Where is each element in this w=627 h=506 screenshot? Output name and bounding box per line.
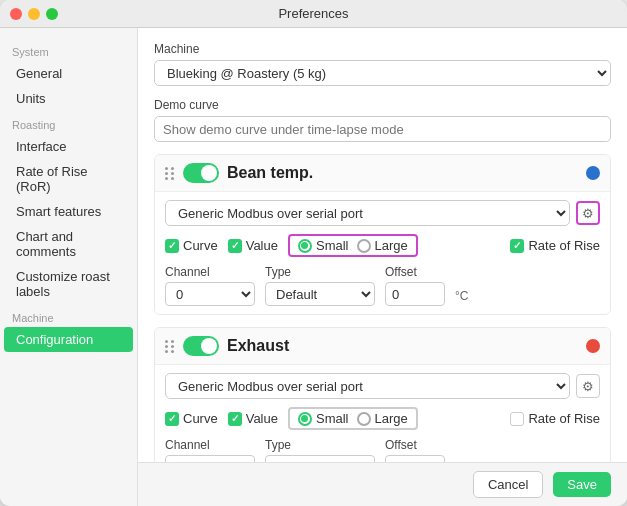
main-scroll-area: Machine Blueking @ Roastery (5 kg) Demo …	[138, 28, 627, 462]
sensor2-ror-badge[interactable]: Rate of Rise	[510, 411, 600, 426]
sidebar-section-system: System	[0, 38, 137, 61]
sensor1-select-row: Generic Modbus over serial port ⚙	[165, 200, 600, 226]
sensor1-value-check-icon	[228, 239, 242, 253]
sensor2-size-radio-group: Small Large	[288, 407, 418, 430]
sensor1-large-label: Large	[375, 238, 408, 253]
sidebar-item-chart[interactable]: Chart and comments	[4, 224, 133, 264]
sensor2-large-label: Large	[375, 411, 408, 426]
sensor1-offset-col: Offset	[385, 265, 445, 306]
window-controls	[10, 8, 58, 20]
sensor2-toggle[interactable]	[183, 336, 219, 356]
machine-label: Machine	[154, 42, 611, 56]
sidebar-item-general[interactable]: General	[4, 61, 133, 86]
content-area: System General Units Roasting Interface …	[0, 28, 627, 506]
sensor1-type-col-label: Type	[265, 265, 375, 279]
sensor1-value-label: Value	[246, 238, 278, 253]
sensor2-small-radio-outer	[298, 412, 312, 426]
sensor2-curve-label: Curve	[183, 411, 218, 426]
sensor2-body: Generic Modbus over serial port ⚙ Curve	[155, 365, 610, 462]
sensor2-curve-checkbox[interactable]: Curve	[165, 411, 218, 426]
sensor2-channel-row: Channel 0 Type Default	[165, 438, 600, 462]
sensor1-size-radio-group: Small Large	[288, 234, 418, 257]
sensor2-channel-select[interactable]: 0	[165, 455, 255, 462]
sensor1-value-checkbox[interactable]: Value	[228, 238, 278, 253]
sensor2-value-check-icon	[228, 412, 242, 426]
sensor2-channel-col: Channel 0	[165, 438, 255, 462]
sensor1-color-dot	[586, 166, 600, 180]
main-wrapper: Machine Blueking @ Roastery (5 kg) Demo …	[138, 28, 627, 506]
sensor2-color-dot	[586, 339, 600, 353]
sensor1-small-radio[interactable]: Small	[298, 238, 349, 253]
sensor1-type-col: Type Default	[265, 265, 375, 306]
sensor2-header: Exhaust	[155, 328, 610, 365]
sidebar-section-roasting: Roasting	[0, 111, 137, 134]
sensor1-ror-badge[interactable]: Rate of Rise	[510, 238, 600, 253]
sidebar-item-configuration[interactable]: Configuration	[4, 327, 133, 352]
sensor2-small-radio[interactable]: Small	[298, 411, 349, 426]
sensor1-body: Generic Modbus over serial port ⚙ Curve	[155, 192, 610, 314]
sensor2-offset-input[interactable]	[385, 455, 445, 462]
sensor1-type-select[interactable]: Default	[265, 282, 375, 306]
machine-field-group: Machine Blueking @ Roastery (5 kg)	[154, 42, 611, 86]
sensor2-type-col-label: Type	[265, 438, 375, 452]
sensor2-channel-col-label: Channel	[165, 438, 255, 452]
sensor2-ror-check-icon	[510, 412, 524, 426]
close-button[interactable]	[10, 8, 22, 20]
sensor2-small-radio-inner	[301, 415, 308, 422]
sensor1-toggle[interactable]	[183, 163, 219, 183]
preferences-window: Preferences System General Units Roastin…	[0, 0, 627, 506]
sensor1-curve-label: Curve	[183, 238, 218, 253]
sensor2-select-row: Generic Modbus over serial port ⚙	[165, 373, 600, 399]
sidebar-item-units[interactable]: Units	[4, 86, 133, 111]
sensor2-type-col: Type Default	[265, 438, 375, 462]
cancel-button[interactable]: Cancel	[473, 471, 543, 498]
sensor2-offset-col: Offset	[385, 438, 445, 462]
demo-curve-label: Demo curve	[154, 98, 611, 112]
sensor1-channel-col: Channel 0	[165, 265, 255, 306]
sensor2-offset-col-label: Offset	[385, 438, 445, 452]
sensor1-curve-check-icon	[165, 239, 179, 253]
sidebar-item-ror[interactable]: Rate of Rise (RoR)	[4, 159, 133, 199]
sensor2-curve-check-icon	[165, 412, 179, 426]
maximize-button[interactable]	[46, 8, 58, 20]
save-button[interactable]: Save	[553, 472, 611, 497]
sensor1-ror-label: Rate of Rise	[528, 238, 600, 253]
sensor1-large-radio[interactable]: Large	[357, 238, 408, 253]
sensor1-small-radio-inner	[301, 242, 308, 249]
sidebar-item-smart[interactable]: Smart features	[4, 199, 133, 224]
sensor1-small-radio-outer	[298, 239, 312, 253]
sidebar-item-customize[interactable]: Customize roast labels	[4, 264, 133, 304]
sensor2-type-select[interactable]: Default	[265, 455, 375, 462]
sensor1-channel-col-label: Channel	[165, 265, 255, 279]
window-title: Preferences	[278, 6, 348, 21]
sensor1-header: Bean temp.	[155, 155, 610, 192]
demo-curve-field-group: Demo curve	[154, 98, 611, 142]
sensor1-drag-handle[interactable]	[165, 167, 175, 180]
sensor1-offset-input[interactable]	[385, 282, 445, 306]
sensor2-protocol-select[interactable]: Generic Modbus over serial port	[165, 373, 570, 399]
sensor-2-block: ↑ Exhaust	[154, 327, 611, 462]
demo-curve-input[interactable]	[154, 116, 611, 142]
sensor2-title: Exhaust	[227, 337, 578, 355]
machine-select[interactable]: Blueking @ Roastery (5 kg)	[154, 60, 611, 86]
sensor2-value-checkbox[interactable]: Value	[228, 411, 278, 426]
sensor2-drag-handle[interactable]	[165, 340, 175, 353]
minimize-button[interactable]	[28, 8, 40, 20]
sensor1-offset-unit: °C	[455, 289, 468, 306]
sidebar-section-machine: Machine	[0, 304, 137, 327]
sensor1-curve-checkbox[interactable]: Curve	[165, 238, 218, 253]
sensor1-ror-check-icon	[510, 239, 524, 253]
sidebar: System General Units Roasting Interface …	[0, 28, 138, 506]
footer: Cancel Save	[138, 462, 627, 506]
sensor1-protocol-select[interactable]: Generic Modbus over serial port	[165, 200, 570, 226]
sensor2-large-radio[interactable]: Large	[357, 411, 408, 426]
sensor2-settings-icon[interactable]: ⚙	[576, 374, 600, 398]
titlebar: Preferences	[0, 0, 627, 28]
sensor1-title: Bean temp.	[227, 164, 578, 182]
sensor1-channel-select[interactable]: 0	[165, 282, 255, 306]
sensor1-settings-icon[interactable]: ⚙	[576, 201, 600, 225]
sensor2-ror-label: Rate of Rise	[528, 411, 600, 426]
sensor1-channel-row: Channel 0 Type Default	[165, 265, 600, 306]
sensor1-offset-col-label: Offset	[385, 265, 445, 279]
sidebar-item-interface[interactable]: Interface	[4, 134, 133, 159]
